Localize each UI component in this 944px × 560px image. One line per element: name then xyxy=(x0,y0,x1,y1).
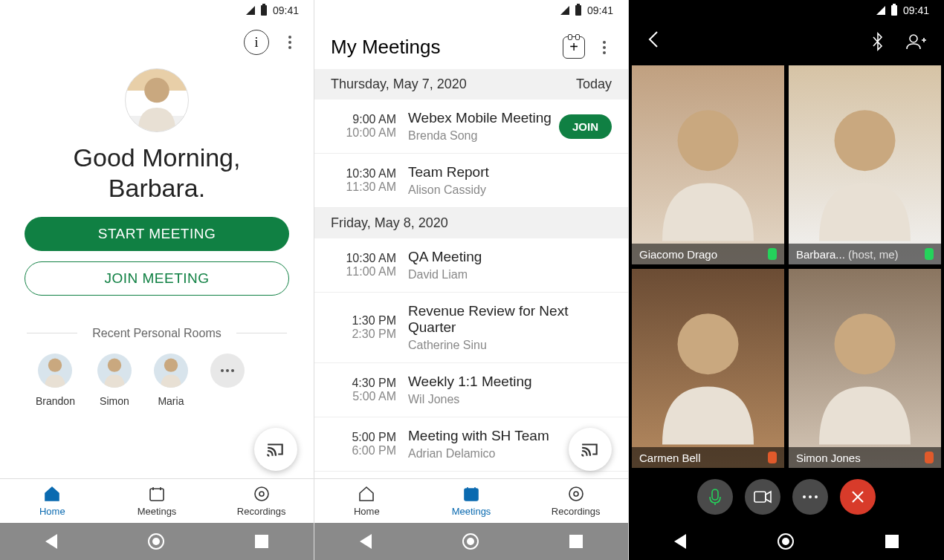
status-time: 09:41 xyxy=(587,4,613,16)
meeting-time: 9:00 AM10:00 AM xyxy=(331,113,396,140)
mute-button[interactable] xyxy=(697,479,733,515)
cast-button[interactable] xyxy=(569,428,612,471)
back-icon[interactable] xyxy=(674,534,686,549)
meeting-row[interactable]: 10:30 AM11:30 AMTeam ReportAlison Cassid… xyxy=(314,154,628,208)
android-nav-bar xyxy=(314,523,628,560)
tab-home[interactable]: Home xyxy=(0,479,105,523)
tab-home[interactable]: Home xyxy=(314,479,419,523)
status-bar: 09:41 xyxy=(0,0,314,21)
meeting-host: Brenda Song xyxy=(408,129,559,143)
recent-room[interactable]: Simon xyxy=(97,354,132,407)
meeting-row[interactable]: 4:30 PM5:00 AMWeekly 1:1 MeetingWil Jone… xyxy=(314,363,628,417)
battery-icon xyxy=(575,5,581,16)
status-time: 09:41 xyxy=(903,4,929,16)
recent-room[interactable]: Brandon xyxy=(36,354,75,407)
meeting-host: Alison Cassidy xyxy=(408,183,612,197)
start-meeting-button[interactable]: START MEETING xyxy=(25,217,289,251)
join-meeting-button[interactable]: JOIN MEETING xyxy=(25,261,289,296)
tab-meetings[interactable]: Meetings xyxy=(419,479,524,523)
signal-icon xyxy=(876,6,885,15)
chevron-left-icon xyxy=(647,29,660,50)
greeting: Good Morning, Barbara. xyxy=(0,143,314,217)
tab-meetings[interactable]: Meetings xyxy=(105,479,210,523)
meeting-host: Catherine Sinu xyxy=(408,339,612,352)
signal-icon xyxy=(560,6,569,15)
end-call-button[interactable] xyxy=(840,479,876,515)
bluetooth-icon[interactable] xyxy=(870,32,886,51)
back-icon[interactable] xyxy=(45,534,57,549)
mic-on-icon xyxy=(925,248,934,260)
status-time: 09:41 xyxy=(273,4,299,16)
battery-icon xyxy=(261,5,267,16)
microphone-icon xyxy=(708,488,722,506)
recent-more-button[interactable] xyxy=(210,354,245,388)
recents-nav-icon[interactable] xyxy=(255,535,268,548)
add-meeting-button[interactable]: + xyxy=(563,36,585,59)
participant-tile[interactable]: Giacomo Drago xyxy=(632,65,784,264)
page-title: My Meetings xyxy=(331,36,551,59)
back-icon[interactable] xyxy=(360,534,372,549)
status-bar: 09:41 xyxy=(629,0,944,21)
status-bar: 09:41 xyxy=(314,0,628,21)
svg-point-4 xyxy=(910,35,917,42)
meeting-time: 1:30 PM2:30 PM xyxy=(331,314,396,341)
record-icon xyxy=(253,485,271,503)
add-participant-icon[interactable] xyxy=(905,33,926,51)
join-button[interactable]: JOIN xyxy=(559,114,612,139)
back-button[interactable] xyxy=(647,29,660,55)
ellipsis-icon xyxy=(210,354,245,388)
overflow-menu-icon[interactable] xyxy=(597,37,612,58)
home-nav-icon[interactable] xyxy=(148,533,164,550)
participant-name: Simon Jones xyxy=(796,452,861,464)
recents-nav-icon[interactable] xyxy=(569,535,583,548)
home-icon xyxy=(358,485,375,503)
meeting-title: Webex Mobile Meeting xyxy=(408,110,559,126)
tab-recordings[interactable]: Recordings xyxy=(523,479,628,523)
participant-name: Barbara... (host, me) xyxy=(796,248,899,261)
mic-off-icon xyxy=(768,452,777,463)
meeting-row[interactable]: 9:00 AM10:00 AMWebex Mobile MeetingBrend… xyxy=(314,100,628,154)
mic-off-icon xyxy=(925,452,934,463)
close-icon xyxy=(850,489,865,504)
participant-tile[interactable]: Barbara... (host, me) xyxy=(789,65,941,264)
recents-nav-icon[interactable] xyxy=(885,535,899,548)
meeting-title: Revenue Review for Next Quarter xyxy=(408,303,612,336)
meeting-title: Weekly 1:1 Meeting xyxy=(408,374,612,390)
participant-tile[interactable]: Carmen Bell xyxy=(632,269,784,468)
day-header: Friday, May 8, 2020 xyxy=(314,208,628,238)
more-options-button[interactable] xyxy=(792,479,828,515)
calendar-icon xyxy=(148,485,166,503)
tab-recordings[interactable]: Recordings xyxy=(209,479,314,523)
participant-tile[interactable]: Simon Jones xyxy=(789,269,941,468)
meeting-time: 5:00 PM6:00 PM xyxy=(331,431,396,458)
meeting-host: David Liam xyxy=(408,268,612,281)
meeting-row[interactable]: 10:30 AM11:00 AMQA MeetingDavid Liam xyxy=(314,238,628,293)
home-nav-icon[interactable] xyxy=(777,533,794,550)
info-icon[interactable]: i xyxy=(244,30,269,55)
svg-rect-6 xyxy=(754,492,766,502)
meeting-title: Team Report xyxy=(408,164,612,180)
day-header: Thursday, May 7, 2020Today xyxy=(314,69,628,100)
participant-name: Giacomo Drago xyxy=(639,248,717,261)
cast-button[interactable] xyxy=(254,428,297,471)
video-button[interactable] xyxy=(745,479,780,515)
overflow-menu-icon[interactable] xyxy=(282,32,297,53)
recent-room[interactable]: Maria xyxy=(154,354,188,407)
recent-room-name: Simon xyxy=(97,395,132,407)
cast-icon xyxy=(581,440,600,459)
cast-icon xyxy=(266,440,285,459)
user-avatar[interactable] xyxy=(125,68,189,132)
participant-name: Carmen Bell xyxy=(639,452,701,464)
meeting-time: 4:30 PM5:00 AM xyxy=(331,377,396,403)
mic-on-icon xyxy=(768,248,777,260)
call-controls xyxy=(629,471,944,523)
meeting-time: 10:30 AM11:30 AM xyxy=(331,167,396,194)
android-nav-bar xyxy=(0,523,314,560)
meeting-title: QA Meeting xyxy=(408,249,612,265)
bottom-tab-bar: Home Meetings Recordings xyxy=(0,478,314,523)
android-nav-bar xyxy=(629,523,944,560)
home-nav-icon[interactable] xyxy=(462,533,479,550)
meeting-row[interactable]: 1:30 PM2:30 PMRevenue Review for Next Qu… xyxy=(314,293,628,363)
recent-room-name: Maria xyxy=(154,395,188,407)
home-icon xyxy=(43,485,61,503)
